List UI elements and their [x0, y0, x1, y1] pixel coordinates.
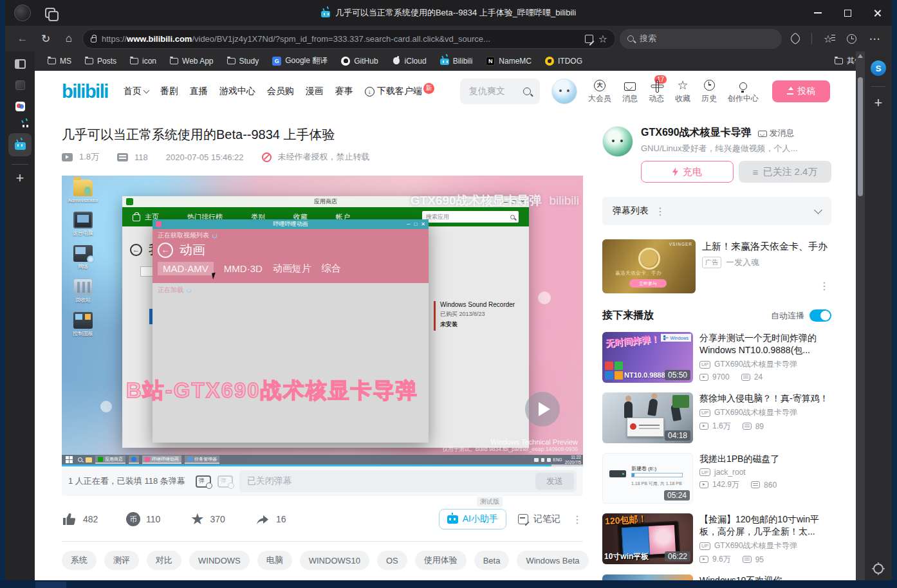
more-options-icon[interactable]: ⋮ — [572, 513, 583, 526]
tag[interactable]: 电脑 — [257, 551, 292, 570]
nav-game-center[interactable]: 游戏中心 — [219, 86, 255, 97]
nav-manga[interactable]: 漫画 — [306, 86, 324, 97]
active-tab-bilibili[interactable] — [8, 133, 32, 156]
menu-history[interactable]: 历史 — [701, 79, 717, 104]
bookmark-folder[interactable]: Study — [227, 57, 259, 66]
related-video[interactable]: 新建卷 (E:) 1.18 PB 可用, 共 1.18 PB 05:24 我搓出… — [602, 453, 831, 504]
sidebar-add-button[interactable]: + — [874, 95, 883, 111]
ad-card[interactable]: VSINGER 赢洛天依金卡、手办 立即参与 上新！来赢洛天依金卡、手办 广告 … — [602, 239, 831, 293]
bookmark-folder[interactable]: icon — [130, 57, 156, 66]
bookmark-itdog[interactable]: ITDOG — [545, 57, 582, 66]
tag[interactable]: WINDOWS10 — [300, 551, 369, 570]
ad-title[interactable]: 上新！来赢洛天依金卡、手办 — [702, 239, 831, 253]
followed-button[interactable]: ≡已关注 2.4万 — [739, 161, 831, 183]
favorite-star-icon[interactable]: ☆ — [598, 33, 607, 45]
refresh-button[interactable]: ↻ — [36, 29, 55, 48]
bookmark-bilibili[interactable]: Bilibili — [440, 57, 473, 66]
autoplay-toggle[interactable] — [809, 309, 831, 322]
player-progress-bar[interactable] — [62, 464, 583, 466]
nav-download-client[interactable]: ↓下载客户端新 — [365, 86, 434, 97]
new-tab-button[interactable]: + — [16, 170, 24, 187]
video-thumbnail[interactable]: Windows 无时间炸弹！ NT10.0.9888 05:50 — [602, 332, 693, 383]
bilibili-logo[interactable]: bilibili — [62, 81, 108, 102]
related-video[interactable]: 120包邮！ 10寸win平板 06:22 【捡漏】120包邮的10寸win平板… — [602, 513, 831, 565]
history-icon[interactable] — [842, 29, 861, 48]
related-video[interactable]: 04:18 蔡徐坤入侵电脑？！真-寄算鸡！ GTX690战术核显卡导弹 1.6万… — [602, 392, 831, 443]
bookmark-folder[interactable]: Posts — [85, 57, 116, 66]
panel-menu-icon[interactable]: ⋮ — [655, 205, 666, 217]
nav-shop[interactable]: 会员购 — [267, 86, 294, 97]
bookmark-icloud[interactable]: iCloud — [392, 57, 427, 66]
address-bar[interactable]: https://www.bilibili.com/video/BV1jz4y1X… — [82, 29, 616, 49]
video-thumbnail[interactable] — [602, 574, 693, 580]
more-menu-icon[interactable]: ⋯ — [865, 29, 884, 48]
tag[interactable]: 使用体验 — [415, 551, 467, 570]
danmaku-list-panel[interactable]: 弹幕列表 ⋮ — [602, 197, 831, 225]
menu-favorites[interactable]: ☆收藏 — [675, 79, 690, 104]
menu-dynamics[interactable]: 17动态 — [649, 79, 664, 104]
danmaku-settings-icon[interactable] — [217, 475, 233, 488]
nav-home[interactable]: 首页 — [124, 86, 149, 97]
ai-assistant-button[interactable]: AI小助手 — [439, 509, 506, 529]
home-button[interactable]: ⌂ — [59, 29, 79, 48]
sidebar-settings-gear-icon[interactable] — [873, 564, 883, 574]
favorites-icon[interactable]: ☆ — [818, 29, 838, 48]
scrollbar-thumb[interactable] — [858, 77, 863, 196]
video-thumbnail[interactable]: 120包邮！ 10寸win平板 06:22 — [602, 513, 693, 564]
site-search-box[interactable]: 复仇爽文 — [460, 78, 540, 104]
skype-sidebar-icon[interactable]: S — [871, 60, 886, 76]
nav-live[interactable]: 直播 — [190, 86, 208, 97]
bookmark-folder[interactable]: MS — [48, 57, 71, 66]
like-button[interactable]: 482 — [62, 511, 126, 527]
chevron-down-icon[interactable] — [814, 206, 822, 214]
close-button[interactable] — [862, 0, 892, 26]
play-overlay-button[interactable] — [525, 392, 560, 427]
ad-cta-button[interactable]: 立即参与 — [629, 279, 667, 288]
video-thumbnail[interactable]: 新建卷 (E:) 1.18 PB 可用, 共 1.18 PB 05:24 — [602, 453, 693, 504]
tag[interactable]: OS — [377, 551, 407, 570]
tag[interactable]: WINDOWS — [189, 551, 250, 570]
page-scrollbar[interactable] — [856, 51, 865, 580]
tag[interactable]: 系统 — [62, 551, 97, 570]
send-button[interactable]: 发送 — [535, 473, 574, 490]
charge-button[interactable]: 充电 — [641, 161, 734, 183]
upload-button[interactable]: 投稿 — [772, 80, 830, 102]
send-message-link[interactable]: 发消息 — [758, 127, 795, 139]
bookmark-github[interactable]: GitHub — [341, 57, 378, 66]
tag[interactable]: 测评 — [104, 551, 139, 570]
tab-app-icon[interactable] — [15, 102, 25, 111]
coin-button[interactable]: 110 — [126, 512, 190, 526]
bookmark-google-translate[interactable]: GGoogle 翻译 — [272, 55, 328, 66]
danmaku-toggle-icon[interactable] — [196, 475, 211, 488]
tag[interactable]: 对比 — [147, 551, 181, 570]
minimize-button[interactable] — [803, 0, 833, 26]
user-avatar[interactable] — [551, 78, 577, 104]
video-thumbnail[interactable]: 04:18 — [602, 392, 693, 443]
tab-thumbnail-icon[interactable] — [15, 80, 25, 90]
uploader-avatar[interactable] — [602, 126, 633, 157]
menu-creator-center[interactable]: 创作中心 — [728, 79, 759, 104]
menu-messages[interactable]: 消息 — [622, 79, 638, 104]
bookmark-folder[interactable]: Web App — [170, 57, 213, 66]
scroll-up-arrow[interactable] — [858, 54, 863, 58]
search-icon[interactable] — [523, 87, 531, 95]
maximize-button[interactable] — [833, 0, 862, 26]
uploader-name[interactable]: GTX690战术核显卡导弹 — [641, 126, 752, 140]
tag[interactable]: Windows Beta — [517, 551, 588, 570]
bookmark-namemc[interactable]: NNameMC — [486, 57, 532, 66]
toolbar-search-box[interactable]: 搜索 — [620, 29, 782, 49]
menu-vip[interactable]: 大会员 — [588, 79, 611, 104]
video-player[interactable]: Administrator 这台电脑 网络 回收站 控制面板 GTX690战术核… — [62, 176, 583, 466]
related-video[interactable]: Windows 无时间炸弹！ NT10.0.9888 05:50 分享并测试一个… — [602, 332, 831, 383]
extensions-icon[interactable] — [786, 29, 805, 48]
favorite-button[interactable]: ★370 — [190, 512, 255, 526]
vertical-tabs-panel-icon[interactable] — [15, 59, 26, 69]
nav-bangumi[interactable]: 番剧 — [160, 86, 178, 97]
danmaku-input[interactable]: 已关闭弹幕 发送 — [239, 470, 577, 492]
browser-profile-avatar[interactable] — [14, 5, 31, 21]
nav-esports[interactable]: 赛事 — [335, 86, 353, 97]
related-video[interactable]: Windows10不欢迎你 — [602, 574, 831, 580]
note-button[interactable]: 记笔记 — [518, 513, 560, 525]
workspaces-icon[interactable] — [45, 8, 55, 18]
web-capture-icon[interactable] — [585, 35, 593, 43]
